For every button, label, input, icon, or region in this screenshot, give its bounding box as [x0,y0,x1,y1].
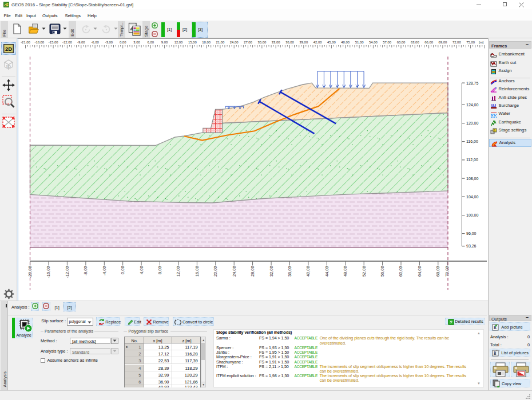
svg-text:45,00: 45,00 [327,41,336,44]
svg-text:2D: 2D [5,46,12,52]
svg-text:-4,00: -4,00 [102,266,107,276]
svg-text:-6,00: -6,00 [91,41,99,44]
svg-text:72,00: 72,00 [452,41,461,44]
svg-text:9,00: 9,00 [161,41,168,44]
svg-text:12,00: 12,00 [176,266,181,277]
svg-text:B: B [494,351,497,356]
svg-text:15,00: 15,00 [188,41,197,44]
svg-text:3D: 3D [6,65,11,69]
svg-text:8,00: 8,00 [157,266,162,274]
svg-text:33,00: 33,00 [272,41,280,44]
svg-text:36,00: 36,00 [285,41,294,44]
svg-text:96,00: 96,00 [466,231,477,235]
svg-text:24,00: 24,00 [232,266,237,277]
svg-text:128,75: 128,75 [466,81,479,85]
svg-text:20,00: 20,00 [213,266,218,277]
svg-text:0,00: 0,00 [120,41,126,44]
svg-text:-8,00: -8,00 [83,266,88,276]
svg-text:36,00: 36,00 [287,266,292,277]
svg-text:75,00: 75,00 [466,41,475,44]
svg-text:30,00: 30,00 [258,41,267,44]
svg-text:18,00: 18,00 [202,41,211,44]
svg-text:-16,00: -16,00 [46,266,51,278]
svg-text:-12,00: -12,00 [62,41,72,44]
svg-text:-15,00: -15,00 [49,41,58,44]
svg-text:66,00: 66,00 [424,41,433,44]
svg-text:27,00: 27,00 [244,41,252,44]
svg-text:124,00: 124,00 [466,103,479,107]
svg-text:70,00: 70,00 [444,266,450,277]
svg-text:60,00: 60,00 [398,266,403,277]
svg-text:64,00: 64,00 [417,266,422,277]
svg-text:-12,00: -12,00 [65,266,70,278]
svg-text:12,00: 12,00 [174,41,183,44]
svg-text:-20,00: -20,00 [27,266,33,278]
svg-text:-21,00: -21,00 [21,41,30,44]
svg-text:120,00: 120,00 [466,121,479,125]
svg-text:93,26: 93,26 [466,244,477,248]
svg-text:0,00: 0,00 [120,266,125,274]
svg-text:16,00: 16,00 [194,266,200,277]
svg-text:24,00: 24,00 [230,41,239,44]
svg-text:112,00: 112,00 [466,158,478,162]
svg-text:57,00: 57,00 [383,41,391,44]
svg-text:39,00: 39,00 [299,41,308,44]
svg-text:-3,00: -3,00 [105,41,113,44]
svg-text:60,00: 60,00 [397,41,406,44]
svg-text:54,00: 54,00 [369,41,378,44]
svg-text:108,00: 108,00 [466,177,479,181]
svg-text:44,00: 44,00 [324,266,329,277]
svg-text:4,00: 4,00 [139,266,144,274]
svg-text:6,00: 6,00 [148,41,154,44]
svg-text:[m]: [m] [479,41,484,44]
svg-text:48,00: 48,00 [343,266,348,277]
svg-text:42,00: 42,00 [313,41,322,44]
svg-text:-18,00: -18,00 [34,41,44,44]
svg-text:63,00: 63,00 [411,41,419,44]
svg-text:116,00: 116,00 [466,139,478,143]
svg-text:1: 1 [494,129,495,132]
svg-text:21,00: 21,00 [216,41,225,44]
svg-text:32,00: 32,00 [269,266,274,277]
svg-text:3,00: 3,00 [133,41,140,44]
svg-text:69,00: 69,00 [439,41,447,44]
svg-text:104,00: 104,00 [466,195,479,199]
svg-text:100,00: 100,00 [466,213,479,217]
svg-text:52,00: 52,00 [362,266,367,277]
svg-text:68,00: 68,00 [435,266,440,277]
svg-text:40,00: 40,00 [305,266,311,277]
svg-text:28,00: 28,00 [250,266,255,277]
svg-text:-9,00: -9,00 [77,41,85,44]
svg-text:51,00: 51,00 [355,41,364,44]
svg-text:48,00: 48,00 [341,41,350,44]
svg-text:56,00: 56,00 [380,266,385,277]
